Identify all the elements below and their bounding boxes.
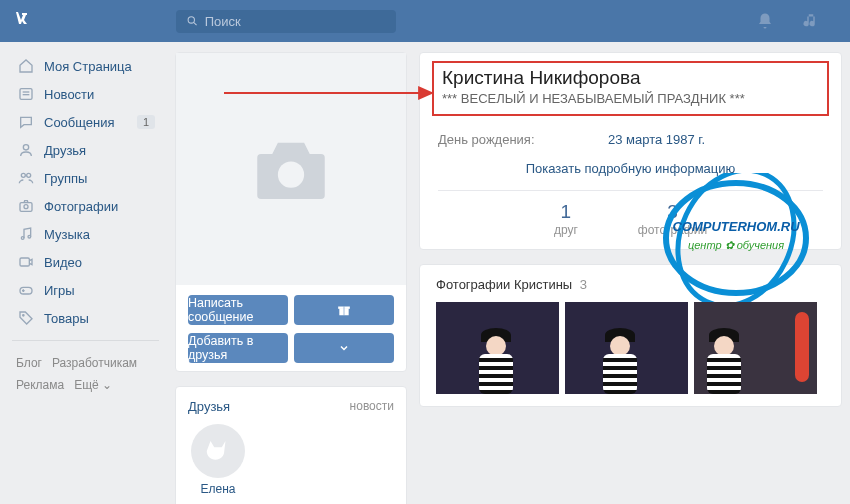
footer-more[interactable]: Ещё ⌄ bbox=[74, 378, 112, 392]
photos-title[interactable]: Фотографии Кристины 3 bbox=[436, 277, 825, 292]
button-label: Добавить в друзья bbox=[188, 334, 288, 362]
bell-icon[interactable] bbox=[756, 12, 774, 30]
profile-column: Написать сообщение Добавить в друзья Дру… bbox=[175, 52, 407, 504]
button-label: Написать сообщение bbox=[188, 296, 288, 324]
tag-icon bbox=[16, 310, 36, 326]
nav-label: Группы bbox=[44, 171, 87, 186]
main-column: Кристина Никифорова *** ВЕСЕЛЫЙ И НЕЗАБЫ… bbox=[419, 52, 842, 504]
nav-label: Новости bbox=[44, 87, 94, 102]
birthday-label: День рождения: bbox=[438, 132, 608, 147]
friends-card: Друзья новости Елена bbox=[175, 386, 407, 504]
nav-friends[interactable]: Друзья bbox=[8, 136, 163, 164]
gift-button[interactable] bbox=[294, 295, 394, 325]
svg-point-7 bbox=[27, 173, 31, 177]
svg-point-9 bbox=[24, 205, 28, 209]
svg-rect-12 bbox=[20, 258, 29, 266]
nav-games[interactable]: Игры bbox=[8, 276, 163, 304]
nav-label: Видео bbox=[44, 255, 82, 270]
add-friend-button[interactable]: Добавить в друзья bbox=[188, 333, 288, 363]
sidebar: Моя Страница Новости Сообщения1 Друзья Г… bbox=[8, 52, 163, 504]
music-icon[interactable] bbox=[802, 12, 820, 30]
friends-news-link[interactable]: новости bbox=[350, 399, 394, 414]
friend-avatar bbox=[191, 424, 245, 478]
name-highlight-box: Кристина Никифорова *** ВЕСЕЛЫЙ И НЕЗАБЫ… bbox=[432, 61, 829, 116]
sidebar-divider bbox=[12, 340, 159, 341]
counter-friends[interactable]: 1 друг bbox=[554, 201, 578, 237]
main-layout: Моя Страница Новости Сообщения1 Друзья Г… bbox=[0, 42, 850, 504]
svg-point-11 bbox=[28, 235, 31, 238]
nav-label: Игры bbox=[44, 283, 75, 298]
counter-photos[interactable]: 3 фотографии bbox=[638, 201, 707, 237]
birthday-value[interactable]: 23 марта 1987 г. bbox=[608, 132, 705, 147]
birthday-row: День рождения: 23 марта 1987 г. bbox=[438, 126, 823, 153]
nav-video[interactable]: Видео bbox=[8, 248, 163, 276]
friend-item[interactable]: Елена bbox=[188, 424, 248, 496]
dog-avatar-icon bbox=[203, 436, 233, 466]
nav-label: Друзья bbox=[44, 143, 86, 158]
nav-badge: 1 bbox=[137, 115, 155, 129]
message-icon bbox=[16, 114, 36, 130]
svg-point-6 bbox=[21, 173, 25, 177]
video-icon bbox=[16, 254, 36, 270]
svg-point-0 bbox=[188, 17, 194, 23]
gift-icon bbox=[337, 303, 351, 317]
note-icon bbox=[16, 226, 36, 242]
nav-music[interactable]: Музыка bbox=[8, 220, 163, 248]
nav-messages[interactable]: Сообщения1 bbox=[8, 108, 163, 136]
photos-title-text: Фотографии Кристины bbox=[436, 277, 572, 292]
footer-blog[interactable]: Блог bbox=[16, 356, 42, 370]
photos-row bbox=[436, 302, 825, 394]
nav-label: Музыка bbox=[44, 227, 90, 242]
camera-placeholder-icon bbox=[246, 124, 336, 214]
svg-rect-13 bbox=[20, 287, 32, 294]
footer-ads[interactable]: Реклама bbox=[16, 378, 64, 392]
top-header bbox=[0, 0, 850, 42]
svg-marker-22 bbox=[418, 86, 434, 100]
nav-label: Моя Страница bbox=[44, 59, 132, 74]
vk-logo[interactable] bbox=[12, 6, 36, 36]
chevron-down-icon bbox=[338, 342, 350, 354]
show-more-link[interactable]: Показать подробную информацию bbox=[438, 153, 823, 184]
footer-links: БлогРазработчикам РекламаЕщё ⌄ bbox=[8, 349, 163, 400]
photos-count: 3 bbox=[580, 277, 587, 292]
news-icon bbox=[16, 86, 36, 102]
friends-title[interactable]: Друзья bbox=[188, 399, 230, 414]
nav-market[interactable]: Товары bbox=[8, 304, 163, 332]
profile-status[interactable]: *** ВЕСЕЛЫЙ И НЕЗАБЫВАЕМЫЙ ПРАЗДНИК *** bbox=[442, 91, 819, 106]
svg-point-10 bbox=[21, 237, 24, 240]
nav-groups[interactable]: Группы bbox=[8, 164, 163, 192]
counters-row: 1 друг 3 фотографии bbox=[438, 190, 823, 241]
counter-label: фотографии bbox=[638, 223, 707, 237]
annotation-arrow bbox=[224, 83, 434, 103]
counter-number: 3 bbox=[638, 201, 707, 223]
user-icon bbox=[16, 142, 36, 158]
photo-thumbnail[interactable] bbox=[694, 302, 817, 394]
nav-label: Фотографии bbox=[44, 199, 118, 214]
camera-icon bbox=[16, 198, 36, 214]
nav-label: Товары bbox=[44, 311, 89, 326]
nav-photos[interactable]: Фотографии bbox=[8, 192, 163, 220]
write-message-button[interactable]: Написать сообщение bbox=[188, 295, 288, 325]
footer-developers[interactable]: Разработчикам bbox=[52, 356, 137, 370]
info-card: Кристина Никифорова *** ВЕСЕЛЫЙ И НЕЗАБЫ… bbox=[419, 52, 842, 250]
search-box[interactable] bbox=[176, 10, 396, 33]
photo-thumbnail[interactable] bbox=[436, 302, 559, 394]
photo-thumbnail[interactable] bbox=[565, 302, 688, 394]
nav-news[interactable]: Новости bbox=[8, 80, 163, 108]
nav-label: Сообщения bbox=[44, 115, 115, 130]
counter-number: 1 bbox=[554, 201, 578, 223]
svg-line-1 bbox=[194, 23, 197, 26]
groups-icon bbox=[16, 170, 36, 186]
search-input[interactable] bbox=[205, 14, 386, 29]
svg-point-17 bbox=[278, 162, 304, 188]
friend-name: Елена bbox=[201, 482, 236, 496]
dropdown-button[interactable] bbox=[294, 333, 394, 363]
gamepad-icon bbox=[16, 282, 36, 298]
photos-card: Фотографии Кристины 3 bbox=[419, 264, 842, 407]
profile-name: Кристина Никифорова bbox=[442, 67, 819, 89]
home-icon bbox=[16, 58, 36, 74]
nav-my-page[interactable]: Моя Страница bbox=[8, 52, 163, 80]
svg-point-5 bbox=[23, 145, 28, 150]
svg-point-16 bbox=[23, 315, 24, 316]
counter-label: друг bbox=[554, 223, 578, 237]
